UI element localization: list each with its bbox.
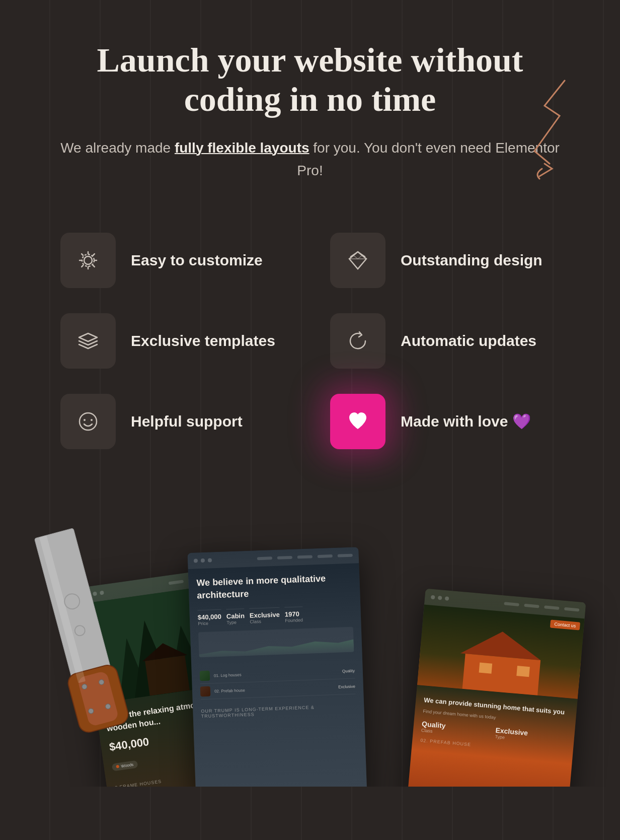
sc-bottom-label-2: 02. Prefab house [214, 688, 245, 693]
sc-right-stat-quality: QualityClass [421, 720, 493, 739]
page-subtitle: We already made fully flexible layouts f… [60, 137, 560, 182]
svg-point-4 [91, 419, 93, 421]
feature-label-templates: Exclusive templates [131, 331, 275, 351]
sc-nav-item [318, 554, 333, 558]
sc-nav-item [338, 554, 353, 557]
subtitle-prefix: We already made [60, 140, 175, 156]
feature-customize: Easy to customize [60, 233, 290, 288]
subtitle-link: fully flexible layouts [175, 140, 309, 156]
feature-label-customize: Easy to customize [131, 250, 263, 270]
feature-icon-box-design [330, 233, 385, 288]
sc-dot [431, 595, 435, 600]
sc-bottom-icon [200, 671, 210, 681]
sc-center-title: We believe in more qualitative architect… [188, 563, 361, 610]
sc-left-tag: Woods [112, 760, 138, 771]
sc-center-stat-exclusive: ExclusiveClass [249, 607, 280, 624]
page-title: Launch your website without coding in no… [60, 40, 560, 119]
sc-right-content: We can provide stunning home that suits … [411, 685, 578, 769]
sc-bottom-icon-2 [200, 686, 211, 697]
heart-icon [345, 409, 370, 434]
refresh-icon [345, 328, 370, 354]
feature-support: Helpful support [60, 394, 290, 449]
sc-bottom-value-2: Exclusive [338, 684, 355, 689]
svg-rect-27 [479, 663, 493, 674]
page-wrapper: Launch your website without coding in no… [0, 0, 620, 840]
screenshots-section: Contact us Enjoy the relaxing atmosphere… [0, 484, 620, 787]
feature-label-support: Helpful support [131, 411, 243, 431]
sc-center-bottom: 01. Log houses Quality 02. Prefab house … [191, 658, 364, 705]
feature-updates: Automatic updates [330, 313, 560, 369]
sc-dot [208, 558, 212, 562]
layers-icon [75, 328, 101, 354]
sc-center-bottom-text: Our trump is long-term experience & trus… [193, 703, 364, 719]
sc-nav-item [257, 556, 272, 560]
feature-templates: Exclusive templates [60, 313, 290, 369]
sc-nav-item [297, 555, 313, 558]
svg-point-3 [84, 419, 86, 421]
sc-nav-item [544, 605, 559, 610]
feature-icon-box-customize [60, 233, 116, 288]
screenshot-right: Contact us We can provide stunning home … [406, 589, 586, 787]
sc-dot [438, 596, 442, 600]
sc-right-stat-exclusive: ExclusiveType [495, 726, 567, 745]
diamond-icon [345, 248, 370, 273]
svg-rect-28 [516, 666, 530, 677]
sc-center-stat-cabin: CabinType [226, 609, 245, 625]
smile-icon [75, 409, 101, 434]
screenshot-center: We believe in more qualitative architect… [187, 547, 367, 787]
feature-icon-box-love [330, 394, 385, 449]
svg-point-0 [84, 256, 92, 264]
svg-point-2 [80, 413, 97, 430]
feature-love: Made with love 💜 [330, 394, 560, 449]
features-section: Easy to customize Outstanding design [0, 202, 620, 469]
sc-center-nav [257, 554, 353, 561]
feature-icon-box-templates [60, 313, 116, 369]
gear-icon [75, 248, 101, 273]
sc-dot [194, 558, 198, 563]
feature-design: Outstanding design [330, 233, 560, 288]
sc-dot [201, 558, 205, 563]
feature-label-love: Made with love 💜 [401, 411, 531, 431]
sc-nav-item [277, 556, 292, 559]
sc-bottom-value: Quality [342, 668, 355, 673]
sc-dot [445, 596, 449, 601]
feature-label-updates: Automatic updates [401, 331, 536, 351]
sc-center-stat-price: $40,000Price [197, 609, 221, 626]
sc-nav-item [564, 607, 579, 612]
svg-rect-21 [145, 655, 190, 695]
sc-nav-item [169, 580, 184, 585]
sc-tag-label: Woods [121, 762, 134, 768]
sc-center-stat-year: 1970Founded [284, 607, 303, 623]
sc-bottom-label: 01. Log houses [214, 672, 242, 678]
feature-label-design: Outstanding design [401, 250, 542, 270]
sc-right-hero-image: Contact us [417, 604, 585, 698]
feature-icon-box-support [60, 394, 116, 449]
sc-center-graph [198, 627, 354, 658]
feature-icon-box-updates [330, 313, 385, 369]
sc-nav-item [524, 604, 539, 608]
sc-graph-line [199, 637, 354, 658]
squiggle-decoration [514, 71, 575, 181]
sc-right-nav [504, 602, 579, 611]
sc-tag-dot [116, 765, 119, 768]
house-silhouette [417, 604, 585, 698]
sc-nav-item [504, 602, 519, 606]
